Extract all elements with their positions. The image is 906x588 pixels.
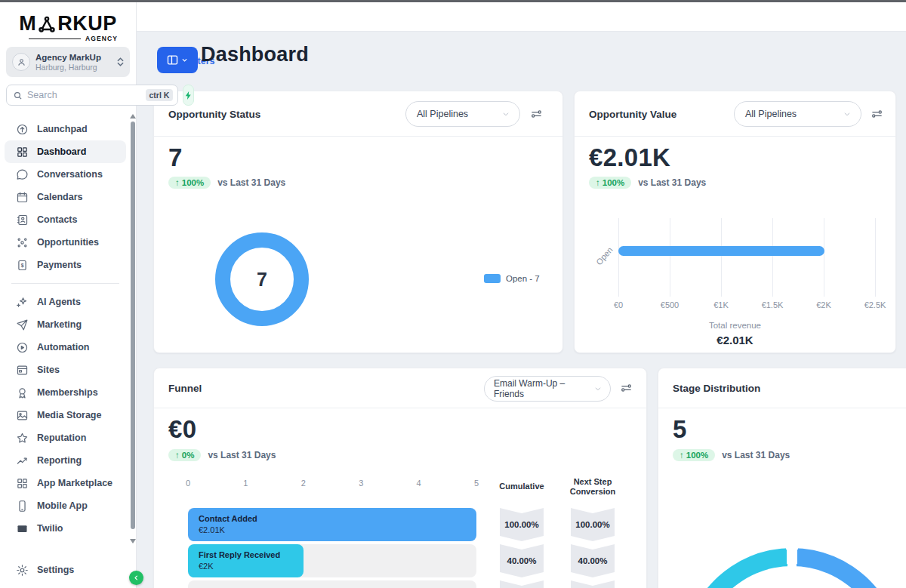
gridline	[721, 218, 722, 297]
sidebar-item-payments[interactable]: $Payments	[5, 254, 126, 276]
chevron-down-icon	[501, 109, 510, 119]
marketing-icon	[16, 319, 29, 331]
sidebar-item-label: Dashboard	[37, 146, 86, 157]
main-top-bar	[137, 2, 906, 32]
sidebar: M RKUP AGENCY Agency MarkUp Harburg, Har…	[0, 2, 137, 588]
contacts-icon	[16, 214, 29, 226]
delta-badge: ↑100%	[673, 449, 715, 461]
dashboard-icon	[16, 146, 29, 159]
sidebar-scrollbar[interactable]	[131, 122, 135, 529]
account-location: Harburg, Harburg	[35, 63, 117, 72]
sidebar-item-mobile-app[interactable]: Mobile App	[5, 494, 126, 517]
funnel-stage-label: First Reply Received€2K	[199, 550, 280, 573]
funnel-card: Funnel Email Warm-Up – Friends €0 ↑0% vs…	[153, 368, 647, 588]
sidebar-item-reporting[interactable]: Reporting	[5, 449, 126, 472]
sidebar-item-label: Reporting	[37, 455, 82, 466]
funnel-axis-tick: 0	[186, 479, 190, 488]
cumulative-column-header: Cumulative	[488, 482, 556, 491]
quick-actions-button[interactable]	[183, 85, 194, 106]
payments-icon: $	[16, 259, 29, 272]
chevron-left-icon	[133, 574, 140, 581]
funnel-stage-row[interactable]: Contact Added€2.01K	[188, 508, 476, 541]
sidebar-scroll-down-arrow[interactable]	[130, 539, 136, 543]
funnel-axis-tick: 4	[417, 479, 421, 488]
sidebar-item-label: Contacts	[37, 214, 77, 225]
twilio-icon	[16, 522, 29, 535]
sidebar-item-conversations[interactable]: Conversations	[5, 163, 126, 186]
sidebar-item-launchpad[interactable]: Launchpad	[5, 118, 126, 140]
y-axis-category-label: Open	[594, 245, 614, 266]
search-box[interactable]: ctrl K	[6, 85, 178, 106]
sidebar-item-label: Media Storage	[37, 410, 101, 420]
chart-footer-label: Total revenue	[575, 321, 895, 330]
chart-legend: Open - 7	[484, 274, 540, 283]
lightning-icon	[183, 91, 193, 100]
sidebar-scroll-up-arrow[interactable]	[130, 114, 136, 119]
sidebar-item-twilio[interactable]: Twilio	[5, 517, 126, 540]
sidebar-item-reputation[interactable]: Reputation	[5, 426, 126, 449]
gridline	[618, 218, 619, 297]
opportunity-status-card: Opportunity Status All Pipelines 7 ↑100%…	[153, 91, 563, 353]
funnel-stage-row[interactable]: First Reply Received€2K	[188, 544, 476, 577]
mobile-app-icon	[16, 500, 29, 513]
account-switcher[interactable]: Agency MarkUp Harburg, Harburg	[6, 47, 130, 77]
launchpad-icon	[16, 123, 29, 136]
pipeline-select[interactable]: All Pipelines	[405, 101, 520, 127]
sidebar-item-automation[interactable]: Automation	[5, 336, 126, 359]
account-name: Agency MarkUp	[35, 52, 117, 63]
logo-text-left: M	[19, 14, 36, 34]
sidebar-item-label: Mobile App	[37, 500, 88, 511]
sidebar-item-memberships[interactable]: Memberships	[5, 381, 126, 404]
app-window: M RKUP AGENCY Agency MarkUp Harburg, Har…	[0, 0, 906, 588]
card-title: Opportunity Status	[168, 108, 260, 119]
sidebar-item-settings[interactable]: Settings	[5, 559, 126, 581]
stage-distribution-donut-chart	[683, 548, 901, 588]
svg-text:$: $	[21, 262, 24, 268]
compare-label: vs Last 31 Days	[722, 450, 790, 460]
dashboard-layout-button[interactable]	[157, 47, 198, 73]
sidebar-item-contacts[interactable]: Contacts	[5, 208, 126, 231]
app-marketplace-icon	[16, 477, 29, 490]
cumulative-cell: 100.00%	[500, 508, 544, 541]
cumulative-cell: 40.00%	[500, 544, 544, 577]
sidebar-item-label: App Marketplace	[37, 478, 112, 488]
media-storage-icon	[16, 409, 29, 422]
value-bar	[618, 246, 824, 256]
kpi-value: 5	[673, 415, 687, 444]
sidebar-item-sites[interactable]: Sites	[5, 359, 126, 381]
window-top-edge	[0, 0, 906, 2]
sidebar-item-ai-agents[interactable]: AI Agents	[5, 291, 126, 313]
x-axis-tick: €2.5K	[864, 300, 886, 309]
sidebar-collapse-button[interactable]	[129, 571, 143, 585]
layout-columns-icon	[166, 54, 179, 66]
sidebar-item-marketing[interactable]: Marketing	[5, 313, 126, 336]
sidebar-item-dashboard[interactable]: Dashboard	[5, 140, 126, 163]
funnel-stage-label: Contact Added€2.01K	[199, 513, 257, 537]
next-step-cell: 40.00%	[571, 544, 615, 577]
chart-settings-icon[interactable]	[530, 107, 543, 120]
sidebar-item-opportunities[interactable]: Opportunities	[5, 231, 126, 254]
search-icon	[13, 91, 23, 100]
opportunity-value-card: Opportunity Value All Pipelines €2.01K ↑…	[574, 91, 896, 353]
legend-swatch	[484, 274, 501, 283]
legend-label: Open - 7	[506, 274, 540, 283]
sidebar-item-label: Calendars	[37, 192, 82, 202]
funnel-axis-tick: 2	[301, 479, 306, 488]
delta-badge: ↑100%	[168, 177, 211, 189]
sidebar-item-media-storage[interactable]: Media Storage	[5, 404, 126, 426]
gridline	[824, 218, 824, 297]
x-axis-tick: €0	[614, 300, 623, 309]
compare-label: vs Last 31 Days	[217, 177, 285, 188]
sidebar-item-calendars[interactable]: Calendars	[5, 186, 126, 208]
search-input[interactable]	[27, 90, 141, 100]
page-title: Dashboard	[201, 43, 309, 66]
x-axis-tick: €1.5K	[762, 300, 784, 309]
x-axis-tick: €500	[661, 300, 679, 309]
sidebar-item-app-marketplace[interactable]: App Marketplace	[5, 472, 126, 494]
next-step-column-header: Next Step Conversion	[559, 477, 627, 496]
sidebar-divider	[11, 283, 119, 284]
sidebar-item-label: Marketing	[37, 319, 82, 330]
memberships-icon	[16, 386, 29, 399]
funnel-stage-row[interactable]: Ongoing Conversation	[188, 580, 476, 588]
account-chevrons-icon	[117, 57, 124, 66]
